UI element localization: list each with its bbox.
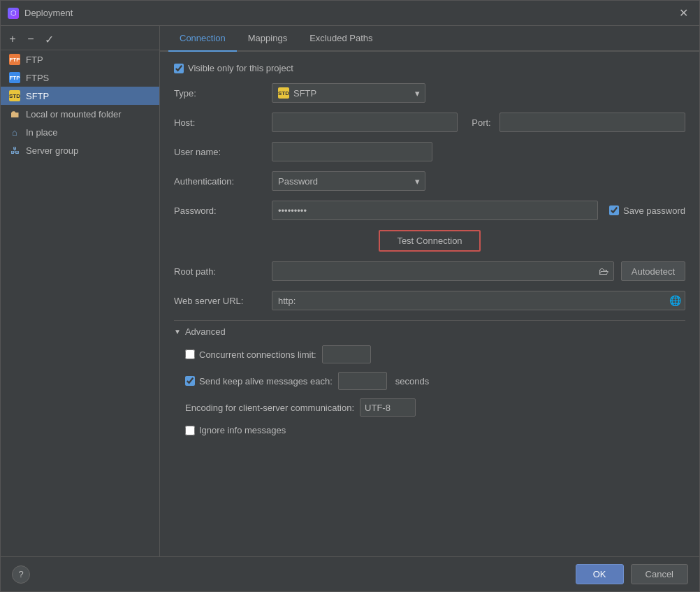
sidebar-item-ftps-label: FTPS [26,73,49,83]
host-label: Host: [174,117,272,128]
password-row: Password: Save password [174,201,685,220]
root-input-wrapper: 🗁 [272,261,614,281]
divider [174,320,685,321]
sidebar-item-sftp-label: SFTP [26,91,49,101]
tab-content-connection: Visible only for this project Type: STD … [160,52,699,556]
ok-button[interactable]: OK [576,564,624,584]
home-icon: ⌂ [9,127,20,138]
concurrent-connections-label: Concurrent connections limit: [199,349,316,360]
sidebar-item-ftp-label: FTP [26,55,43,65]
host-row: Host: Port: [174,113,685,132]
keepalive-input[interactable]: 300 [338,372,387,390]
web-server-url-wrapper: 🌐 [272,291,685,310]
sidebar-item-sftp[interactable]: STD SFTP [1,87,159,105]
save-password-row: Save password [609,205,685,216]
encoding-input[interactable] [360,398,416,417]
ftps-icon: FTP [9,72,20,83]
auth-select[interactable]: Password [272,171,425,191]
type-label: Type: [174,88,272,99]
port-label: Port: [472,117,490,128]
sidebar-item-inplace-label: In place [26,127,58,138]
auth-select-value: Password [278,176,318,187]
autodetect-button[interactable]: Autodetect [621,261,685,281]
web-server-url-row: Web server URL: 🌐 [174,291,685,310]
encoding-row: Encoding for client-server communication… [174,398,685,417]
advanced-label: Advanced [185,326,226,337]
visible-only-checkbox[interactable] [174,64,184,73]
globe-icon: 🌐 [669,295,681,306]
keepalive-checkbox[interactable] [185,376,195,386]
ignore-info-label: Ignore info messages [199,425,286,435]
type-select-wrapper: STD SFTP ▾ [272,83,425,103]
advanced-toggle[interactable]: ▼ Advanced [174,326,685,337]
root-path-label: Root path: [174,266,272,277]
window-title: Deployment [24,8,73,18]
footer-actions: OK Cancel [576,564,688,584]
sidebar-toolbar: + − ✓ [1,29,159,50]
concurrent-connections-checkbox[interactable] [185,349,195,359]
main-panel: Connection Mappings Excluded Paths Visib… [160,26,699,556]
advanced-section: ▼ Advanced Concurrent connections limit:… [174,326,685,435]
save-password-label: Save password [623,205,685,216]
auth-select-wrapper: Password ▾ [272,171,425,191]
web-server-url-label: Web server URL: [174,296,272,306]
web-server-url-input[interactable] [272,291,685,310]
sidebar-item-ftps[interactable]: FTP FTPS [1,68,159,87]
advanced-toggle-arrow: ▼ [174,328,181,335]
port-input[interactable] [500,113,685,132]
test-connection-button[interactable]: Test Connection [379,230,480,252]
username-label: User name: [174,147,272,157]
visible-only-label: Visible only for this project [188,63,293,73]
ftp-icon: FTP [9,54,20,65]
add-server-button[interactable]: + [5,31,20,47]
remove-server-button[interactable]: − [23,31,38,47]
sidebar-item-servergroup[interactable]: 🖧 Server group [1,141,159,159]
confirm-server-button[interactable]: ✓ [41,31,57,47]
visible-only-row: Visible only for this project [174,63,685,73]
deployment-dialog: ⬡ Deployment ✕ + − ✓ FTP FTP FTP FTPS ST… [0,0,700,592]
sidebar-item-servergroup-label: Server group [26,145,78,156]
sidebar-item-inplace[interactable]: ⌂ In place [1,123,159,141]
group-icon: 🖧 [9,145,20,156]
sidebar: + − ✓ FTP FTP FTP FTPS STD SFTP 🖿 Local … [1,26,160,556]
keepalive-unit: seconds [395,376,429,387]
ignore-info-checkbox[interactable] [185,426,195,435]
keepalive-row: Send keep alive messages each: 300 secon… [174,372,685,390]
help-button[interactable]: ? [12,565,30,584]
app-icon: ⬡ [8,8,19,19]
test-connection-row: Test Connection [174,230,685,252]
sftp-icon: STD [9,90,20,101]
tab-bar: Connection Mappings Excluded Paths [160,26,699,52]
browse-button[interactable]: 🗁 [596,264,611,278]
folder-icon: 🖿 [9,108,20,120]
cancel-button[interactable]: Cancel [631,564,688,584]
password-label: Password: [174,205,272,216]
encoding-label: Encoding for client-server communication… [185,403,354,413]
sidebar-item-ftp[interactable]: FTP FTP [1,50,159,68]
title-bar: ⬡ Deployment ✕ [1,1,699,26]
dialog-body: + − ✓ FTP FTP FTP FTPS STD SFTP 🖿 Local … [1,26,699,556]
keepalive-label: Send keep alive messages each: [199,376,333,387]
username-row: User name: [174,142,685,161]
sidebar-item-local-label: Local or mounted folder [26,109,122,120]
host-input[interactable] [272,113,458,132]
auth-label: Authentication: [174,176,272,187]
username-input[interactable] [272,142,432,161]
root-path-row: Root path: 🗁 Autodetect [174,261,685,281]
type-select-value: SFTP [293,88,316,99]
save-password-checkbox[interactable] [609,205,619,215]
auth-row: Authentication: Password ▾ [174,171,685,191]
tab-connection[interactable]: Connection [168,26,237,52]
concurrent-connections-row: Concurrent connections limit: [174,345,685,363]
sidebar-item-local[interactable]: 🖿 Local or mounted folder [1,105,159,123]
root-path-input[interactable] [272,261,614,281]
concurrent-connections-input[interactable] [322,345,371,363]
close-button[interactable]: ✕ [675,5,692,21]
type-select[interactable]: STD SFTP [272,83,425,103]
type-select-icon: STD [278,87,289,99]
ignore-info-row: Ignore info messages [174,425,685,435]
tab-excludedpaths[interactable]: Excluded Paths [298,26,384,52]
password-input[interactable] [272,201,598,220]
tab-mappings[interactable]: Mappings [237,26,298,52]
dialog-footer: ? OK Cancel [1,556,699,591]
